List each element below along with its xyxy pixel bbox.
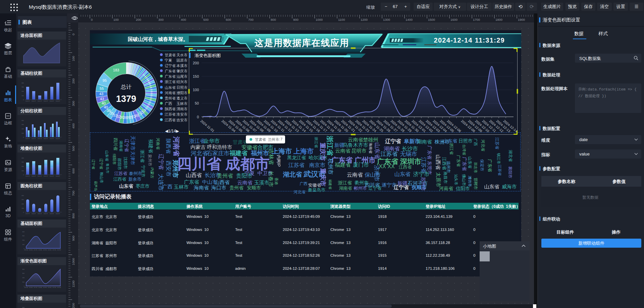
svg-text:0: 0 [23, 136, 24, 138]
svg-text:2020年: 2020年 [32, 100, 36, 102]
svg-text:1600: 1600 [450, 18, 458, 21]
svg-text:2021年: 2021年 [38, 175, 42, 177]
svg-text:100: 100 [22, 281, 24, 283]
svg-text:1000: 1000 [316, 18, 323, 21]
svg-text:2024年: 2024年 [56, 100, 60, 102]
svg-text:300: 300 [21, 86, 24, 88]
svg-text:1400: 1400 [406, 18, 413, 21]
svg-text:2020年: 2020年 [32, 175, 36, 177]
svg-text:国破山河在，城春草木深。: 国破山河在，城春草木深。 [128, 36, 188, 42]
svg-text:300: 300 [158, 18, 164, 21]
svg-text:1100: 1100 [338, 18, 345, 21]
svg-text:200: 200 [21, 166, 24, 167]
svg-text:0: 0 [71, 34, 75, 35]
svg-text:2021年: 2021年 [52, 287, 56, 288]
svg-text:2024-12-14 11:31:29: 2024-12-14 11:31:29 [434, 37, 505, 44]
svg-text:2019年: 2019年 [25, 175, 30, 177]
svg-text:1000: 1000 [71, 258, 75, 265]
svg-text:400: 400 [22, 231, 24, 233]
svg-text:400: 400 [21, 195, 24, 196]
svg-text:2019年: 2019年 [25, 138, 30, 139]
svg-text:400: 400 [21, 82, 24, 84]
svg-text:100: 100 [21, 95, 24, 97]
svg-text:200: 200 [136, 18, 141, 21]
svg-text:900: 900 [293, 18, 299, 21]
svg-text:2015年: 2015年 [24, 287, 28, 288]
svg-text:100: 100 [22, 244, 24, 245]
svg-text:500: 500 [71, 146, 75, 151]
svg-text:2023年: 2023年 [50, 100, 54, 102]
svg-text:183: 183 [113, 68, 119, 72]
svg-text:200: 200 [21, 203, 24, 205]
svg-text:2016年: 2016年 [29, 249, 33, 251]
svg-text:2024年: 2024年 [56, 138, 60, 139]
svg-text:500: 500 [203, 18, 209, 21]
svg-text:600: 600 [71, 168, 75, 174]
svg-text:1900: 1900 [518, 18, 525, 21]
svg-text:1800: 1800 [495, 18, 502, 21]
svg-text:2019年: 2019年 [43, 249, 47, 251]
svg-text:2023年: 2023年 [50, 213, 54, 214]
svg-text:43: 43 [99, 92, 103, 96]
svg-text:55: 55 [100, 86, 104, 90]
svg-text:43: 43 [100, 97, 104, 101]
svg-text:2022年: 2022年 [44, 100, 48, 102]
svg-text:200: 200 [22, 239, 24, 241]
svg-text:200: 200 [21, 128, 24, 130]
svg-text:200: 200 [22, 277, 24, 279]
svg-text:700: 700 [71, 191, 75, 196]
svg-text:2020年: 2020年 [32, 138, 36, 139]
svg-text:2020年: 2020年 [48, 287, 52, 288]
svg-text:1200: 1200 [361, 18, 368, 21]
svg-text:400: 400 [21, 157, 24, 159]
svg-text:100: 100 [71, 56, 75, 61]
svg-text:300: 300 [21, 124, 24, 125]
svg-text:2020年: 2020年 [48, 249, 52, 251]
svg-text:400: 400 [22, 268, 24, 270]
svg-text:40: 40 [101, 101, 105, 105]
svg-text:0: 0 [91, 18, 93, 21]
svg-text:2024年: 2024年 [56, 213, 60, 214]
svg-text:100: 100 [21, 207, 24, 209]
svg-text:100: 100 [21, 132, 24, 134]
svg-text:1300: 1300 [383, 18, 390, 21]
svg-text:2023年: 2023年 [50, 138, 54, 139]
svg-text:2017年: 2017年 [34, 249, 38, 251]
svg-text:300: 300 [21, 199, 24, 200]
svg-text:2019年: 2019年 [25, 213, 30, 214]
svg-text:300: 300 [22, 235, 24, 237]
svg-text:200: 200 [21, 90, 24, 92]
svg-text:95: 95 [102, 78, 106, 82]
svg-text:2018年: 2018年 [38, 249, 42, 251]
svg-text:2022年: 2022年 [44, 175, 48, 177]
svg-text:1500: 1500 [428, 18, 435, 21]
svg-text:2021年: 2021年 [38, 213, 42, 214]
svg-text:2022年: 2022年 [57, 249, 61, 251]
svg-text:2023年: 2023年 [50, 175, 54, 177]
svg-text:2017年: 2017年 [34, 287, 38, 288]
svg-text:300: 300 [21, 161, 24, 163]
svg-text:400: 400 [21, 120, 24, 121]
svg-text:1700: 1700 [473, 18, 480, 21]
svg-text:2016年: 2016年 [29, 287, 33, 288]
svg-text:300: 300 [71, 101, 75, 106]
svg-text:2020年: 2020年 [32, 213, 36, 214]
svg-text:2021年: 2021年 [52, 249, 56, 251]
svg-text:40: 40 [104, 105, 108, 109]
svg-text:2021年: 2021年 [38, 138, 42, 139]
svg-text:0: 0 [23, 174, 24, 176]
svg-text:2019年: 2019年 [25, 100, 30, 102]
svg-text:300: 300 [22, 272, 24, 274]
svg-text:1100: 1100 [71, 281, 75, 287]
svg-text:0: 0 [23, 211, 24, 213]
svg-text:2021年: 2021年 [38, 100, 42, 102]
svg-text:2015年: 2015年 [24, 249, 28, 251]
svg-text:2022年: 2022年 [57, 287, 61, 288]
svg-text:2024年: 2024年 [56, 175, 60, 177]
svg-text:600: 600 [226, 18, 231, 21]
svg-text:900: 900 [71, 236, 75, 241]
svg-text:0: 0 [23, 99, 24, 101]
svg-text:400: 400 [181, 18, 186, 21]
svg-text:2018年: 2018年 [38, 287, 42, 288]
svg-text:这是用数据库在线应用: 这是用数据库在线应用 [254, 38, 349, 48]
